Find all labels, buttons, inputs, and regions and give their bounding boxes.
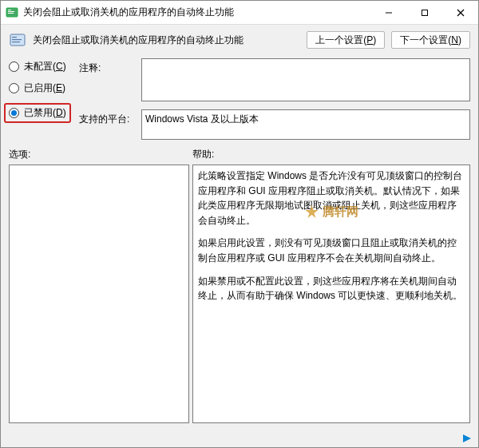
notes-input[interactable] [141,58,470,101]
status-strip [1,430,478,447]
radio-enabled[interactable]: 已启用(E) [9,81,71,95]
dialog-window: 关闭会阻止或取消关机的应用程序的自动终止功能 关闭会阻止或取消关机的应用程序的自… [0,0,479,448]
platform-value: Windows Vista 及以上版本 [141,109,470,140]
state-radio-group: 未配置(C) 已启用(E) 已禁用(D) [9,58,71,140]
svg-rect-0 [6,8,18,17]
panel-labels: 选项: 帮助: [1,145,478,165]
help-paragraph: 如果启用此设置，则没有可见顶级窗口且阻止或取消关机的控制台应用程序或 GUI 应… [198,236,465,265]
help-panel: 此策略设置指定 Windows 是否允许没有可见顶级窗口的控制台应用程序和 GU… [192,165,470,423]
radio-icon [9,83,19,93]
app-icon [6,6,18,19]
radio-icon [9,61,19,72]
options-panel [9,165,189,423]
svg-rect-2 [8,11,14,12]
svg-rect-11 [12,42,20,42]
notes-label: 注释: [79,58,135,101]
help-paragraph: 此策略设置指定 Windows 是否允许没有可见顶级窗口的控制台应用程序和 GU… [198,168,465,228]
policy-title: 关闭会阻止或取消关机的应用程序的自动终止功能 [33,34,300,47]
radio-disabled[interactable]: 已禁用(D) [4,103,71,123]
svg-rect-9 [12,37,17,38]
fields-column: 注释: 支持的平台: Windows Vista 及以上版本 [79,58,470,140]
previous-setting-button[interactable]: 上一个设置(P) [307,31,385,49]
svg-rect-3 [8,13,14,14]
maximize-button[interactable] [406,1,442,24]
svg-rect-10 [12,39,22,40]
panels-row: 此策略设置指定 Windows 是否允许没有可见顶级窗口的控制台应用程序和 GU… [1,165,478,430]
radio-not-configured[interactable]: 未配置(C) [9,60,71,73]
svg-rect-5 [422,10,427,15]
platform-row: 支持的平台: Windows Vista 及以上版本 [79,109,470,140]
header-row: 关闭会阻止或取消关机的应用程序的自动终止功能 上一个设置(P) 下一个设置(N) [1,25,478,55]
help-paragraph: 如果禁用或不配置此设置，则这些应用程序将在关机期间自动终止，从而有助于确保 Wi… [198,274,465,303]
next-setting-button[interactable]: 下一个设置(N) [391,31,470,49]
help-label: 帮助: [192,148,214,161]
svg-rect-1 [8,10,11,10]
window-title: 关闭会阻止或取消关机的应用程序的自动终止功能 [23,6,370,19]
notes-row: 注释: [79,58,470,101]
next-arrow-icon[interactable] [461,432,473,445]
options-label: 选项: [9,148,192,161]
platform-label: 支持的平台: [79,109,135,140]
radio-icon [9,108,19,118]
titlebar: 关闭会阻止或取消关机的应用程序的自动终止功能 [1,1,478,25]
window-buttons [370,1,478,24]
policy-icon [9,31,26,49]
close-button[interactable] [442,1,478,24]
config-area: 未配置(C) 已启用(E) 已禁用(D) 注释: 支持的平台: Windows … [1,55,478,145]
minimize-button[interactable] [370,1,406,24]
